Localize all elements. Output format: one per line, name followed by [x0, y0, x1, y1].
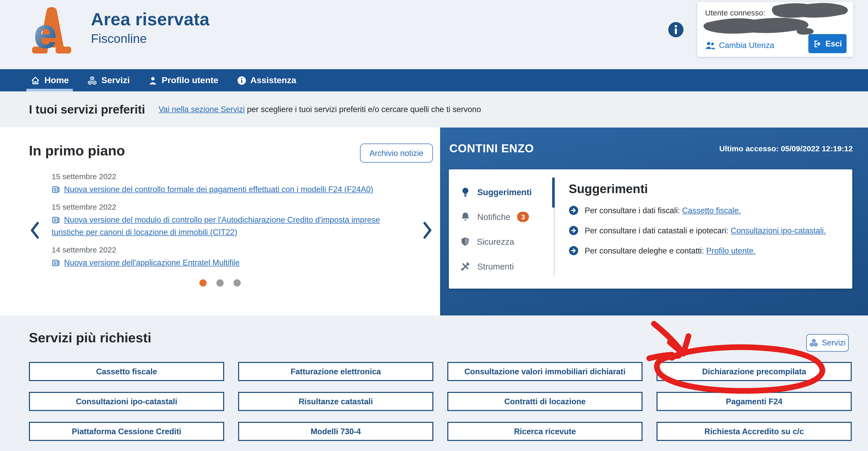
last-access-text: Ultimo accesso: 05/09/2022 12:19:12: [719, 144, 853, 153]
arrow-circle-icon: [569, 205, 579, 215]
suggestion-text: Per consultare deleghe e contatti: Profi…: [585, 246, 756, 255]
esci-button[interactable]: Esci: [808, 34, 846, 53]
service-button-piattaforma-cessione-crediti[interactable]: Piattaforma Cessione Crediti: [29, 422, 224, 441]
news-link[interactable]: Nuova versione del modulo di controllo p…: [52, 215, 380, 236]
nav-label-servizi: Servizi: [101, 75, 130, 86]
main-navigation: Home Servizi Profilo utente Assistenza: [0, 69, 868, 91]
news-date: 15 settembre 2022: [52, 172, 404, 181]
service-button-modelli-730-4[interactable]: Modelli 730-4: [238, 422, 433, 441]
info-icon[interactable]: [668, 22, 684, 38]
service-button-consultazione-valori-immobiliari[interactable]: Consultazione valori immobiliari dichiar…: [447, 362, 643, 381]
news-link-row: Nuova versione del controllo formale dei…: [52, 183, 404, 196]
news-heading: In primo piano: [29, 143, 125, 159]
nav-item-assistenza[interactable]: Assistenza: [237, 69, 296, 91]
shield-icon: [460, 236, 470, 247]
service-button-risultanze-catastali[interactable]: Risultanze catastali: [238, 392, 433, 411]
carousel-prev-arrow[interactable]: [29, 222, 40, 239]
user-icon: [148, 76, 158, 85]
suggestions-content: Suggerimenti Per consultare i dati fisca…: [569, 182, 842, 266]
arrow-circle-icon: [569, 246, 579, 256]
cambia-utenza-label: Cambia Utenza: [719, 40, 774, 50]
consultazioni-ipocatastali-link[interactable]: Consultazioni ipo-catastali.: [731, 226, 826, 235]
bell-icon: [460, 212, 470, 222]
suggestion-item: Per consultare i dati fiscali: Cassetto …: [569, 205, 842, 215]
carousel-dot-2[interactable]: [216, 279, 224, 287]
news-link[interactable]: Nuova versione del controllo formale dei…: [64, 185, 373, 194]
page-header: e Area riservata Fisconline Utente conne…: [0, 0, 868, 69]
suggestion-item: Per consultare deleghe e contatti: Profi…: [569, 246, 842, 256]
nav-label-home: Home: [44, 75, 69, 86]
home-icon: [30, 76, 40, 85]
news-icon: [52, 185, 60, 194]
suggestions-heading: Suggerimenti: [569, 182, 842, 196]
service-button-contratti-di-locazione[interactable]: Contratti di locazione: [447, 392, 643, 411]
favorites-servizi-link[interactable]: Vai nella sezione Servizi: [159, 105, 245, 114]
arrow-circle-icon: [569, 226, 579, 235]
service-button-fatturazione-elettronica[interactable]: Fatturazione elettronica: [238, 362, 433, 381]
services-heading: Servizi più richiesti: [29, 330, 151, 346]
services-grid: Cassetto fiscale Fatturazione elettronic…: [29, 362, 852, 441]
carousel-dots: [0, 279, 440, 287]
news-date: 14 settembre 2022: [52, 245, 404, 254]
nav-item-home[interactable]: Home: [30, 69, 69, 91]
card-menu-notifiche[interactable]: Notifiche 3: [460, 204, 542, 229]
nav-label-assistenza: Assistenza: [250, 75, 296, 86]
profilo-utente-link[interactable]: Profilo utente.: [706, 246, 755, 255]
news-section: In primo piano Archivio notizie 15 sette…: [0, 128, 440, 316]
carousel-dot-3[interactable]: [234, 279, 241, 287]
page-subtitle: Fisconline: [91, 32, 210, 46]
news-link[interactable]: Nuova versione dell'applicazione Entrate…: [64, 258, 240, 267]
card-menu-sicurezza[interactable]: Sicurezza: [460, 229, 542, 254]
services-section: Servizi più richiesti Servizi Cassetto f…: [0, 316, 868, 451]
suggestions-card: Suggerimenti Notifiche 3 Sicurezza: [449, 169, 852, 289]
user-panel: CONTINI ENZO Ultimo accesso: 05/09/2022 …: [440, 128, 868, 316]
archivio-notizie-button[interactable]: Archivio notizie: [360, 143, 433, 163]
news-item: 14 settembre 2022 Nuova versione dell'ap…: [52, 245, 404, 269]
service-button-cassetto-fiscale[interactable]: Cassetto fiscale: [29, 362, 224, 381]
servizi-button[interactable]: Servizi: [806, 334, 849, 352]
svg-text:e: e: [33, 9, 57, 56]
service-button-ricerca-ricevute[interactable]: Ricerca ricevute: [447, 422, 643, 441]
favorites-heading: I tuoi servizi preferiti: [29, 102, 145, 117]
favorites-strip: I tuoi servizi preferiti Vai nella sezio…: [0, 91, 868, 128]
service-button-pagamenti-f24[interactable]: Pagamenti F24: [656, 392, 852, 411]
suggestion-text: Per consultare i dati fiscali: Cassetto …: [585, 206, 741, 215]
card-menu-strumenti[interactable]: Strumenti: [460, 254, 542, 279]
nav-item-profilo-utente[interactable]: Profilo utente: [148, 69, 218, 91]
carousel-dot-1[interactable]: [199, 279, 207, 287]
news-link-row: Nuova versione del modulo di controllo p…: [52, 214, 404, 238]
panel-user-name: CONTINI ENZO: [450, 142, 534, 155]
service-button-consultazioni-ipo-catastali[interactable]: Consultazioni ipo-catastali: [29, 392, 224, 411]
carousel-next-arrow[interactable]: [423, 222, 433, 239]
connected-user-label: Utente connesso:: [705, 8, 766, 17]
news-item: 15 settembre 2022 Nuova versione del con…: [52, 172, 404, 196]
news-item: 15 settembre 2022 Nuova versione del mod…: [52, 202, 404, 238]
cubes-icon: [809, 339, 818, 347]
service-button-richiesta-accredito[interactable]: Richiesta Accredito su c/c: [656, 422, 852, 441]
card-menu-label: Sicurezza: [477, 237, 514, 247]
connected-user-card: Utente connesso: Cambia Utenza: [697, 2, 853, 57]
service-button-dichiarazione-precompilata[interactable]: Dichiarazione precompilata: [656, 362, 852, 381]
favorites-text: Vai nella sezione Servizi per scegliere …: [159, 105, 481, 114]
cambia-utenza-link[interactable]: Cambia Utenza: [705, 40, 774, 50]
agenzia-entrate-logo: e: [30, 6, 73, 56]
card-menu: Suggerimenti Notifiche 3 Sicurezza: [460, 180, 542, 279]
card-menu-label: Notifiche: [477, 212, 510, 222]
news-icon: [52, 259, 60, 267]
nav-label-profilo-utente: Profilo utente: [162, 75, 218, 86]
card-menu-label: Strumenti: [477, 261, 514, 271]
news-link-row: Nuova versione dell'applicazione Entrate…: [52, 257, 404, 269]
news-list: 15 settembre 2022 Nuova versione del con…: [52, 172, 404, 276]
card-menu-active-indicator: [552, 178, 555, 207]
info-circle-icon: [237, 76, 246, 85]
favorites-rest-text: per scegliere i tuoi servizi preferiti e…: [245, 105, 481, 114]
servizi-button-label: Servizi: [822, 338, 845, 348]
card-menu-suggerimenti[interactable]: Suggerimenti: [460, 180, 542, 204]
cassetto-fiscale-link[interactable]: Cassetto fiscale.: [682, 206, 741, 215]
card-menu-label: Suggerimenti: [477, 187, 532, 197]
nav-item-servizi[interactable]: Servizi: [87, 69, 130, 91]
esci-label: Esci: [826, 39, 842, 48]
lightbulb-icon: [460, 187, 470, 197]
page-title: Area riservata: [91, 9, 210, 29]
news-date: 15 settembre 2022: [52, 202, 404, 211]
